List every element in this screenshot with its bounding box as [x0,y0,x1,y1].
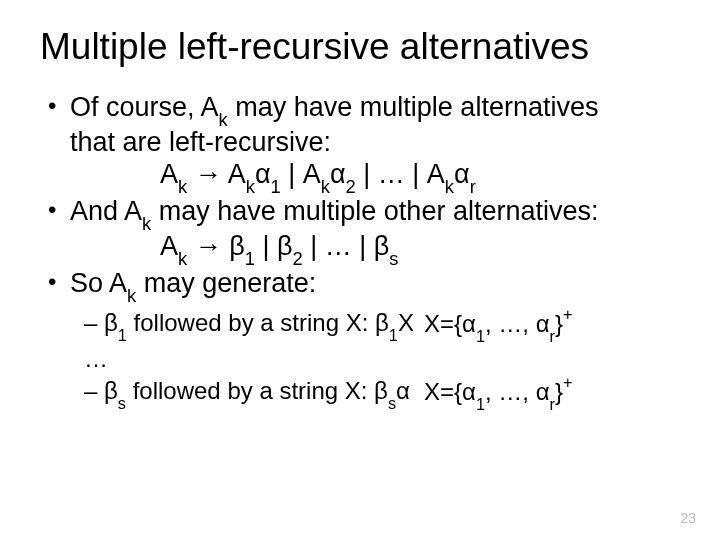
subscript: k [246,176,255,197]
superscript: + [563,305,573,323]
subscript: k [127,285,136,306]
slide-title: Multiple left-recursive alternatives [40,26,680,68]
text: α [330,159,346,189]
text: → A [187,159,246,189]
text: | A [281,159,321,189]
dash-right: X={α1, …, αr}+ [424,307,573,343]
text: So A [70,268,127,298]
text: α [454,159,470,189]
subscript: 1 [271,176,281,197]
dash-right: X={α1, …, αr}+ [424,375,573,411]
text: may have multiple alternatives [228,92,599,122]
subscript: k [445,176,454,197]
text: that are left-recursive: [70,127,331,157]
subscript: s [118,394,126,412]
subscript: 1 [476,395,485,413]
subscript: 2 [293,248,303,269]
production-2: Ak → β1 | β2 | … | βs [70,231,680,266]
text: may generate: [136,268,316,298]
production-1: Ak → Akα1 | Akα2 | … | Akαr [70,159,680,194]
text: , …, α [485,310,550,337]
text: A [160,159,178,189]
subscript: s [389,248,398,269]
subscript: k [178,176,187,197]
text: | … | β [303,231,390,261]
text: | … | A [356,159,445,189]
text: followed by a string X: β [126,377,388,404]
subscript: r [470,176,476,197]
subscript: 1 [245,248,255,269]
bullet-item-1: Of course, Ak may have multiple alternat… [48,92,680,194]
subscript: s [388,394,396,412]
text: } [555,310,563,337]
superscript: + [563,373,573,391]
text: | β [255,231,293,261]
dash-list: – β1 followed by a string X: β1X X={α1, … [84,307,680,411]
text: followed by a string X: β [127,309,389,336]
dash-left: – βs followed by a string X: βsα [84,375,424,411]
text: , …, α [485,378,550,405]
page-number: 23 [680,510,696,526]
slide: Multiple left-recursive alternatives Of … [0,0,720,540]
subscript: r [550,327,555,345]
text: α [255,159,271,189]
dash-item-2: – βs followed by a string X: βsα X={α1, … [84,375,680,411]
text: – β [84,377,118,404]
text: } [555,378,563,405]
subscript: k [219,109,228,130]
text: may have multiple other alternatives: [151,196,598,226]
text: X={α [424,378,476,405]
text: X [398,309,414,336]
bullet-item-3: So Ak may generate: [48,268,680,303]
bullet-item-2: And Ak may have multiple other alternati… [48,196,680,266]
dash-left: – β1 followed by a string X: β1X [84,307,424,343]
dash-item-ellipsis: … [84,343,680,375]
subscript: 1 [389,326,398,344]
subscript: r [550,395,555,413]
text: → β [187,231,245,261]
text: … [84,343,108,375]
subscript: k [321,176,330,197]
text: And A [70,196,142,226]
subscript: 2 [346,176,356,197]
bullet-list: Of course, Ak may have multiple alternat… [48,92,680,303]
dash-item-1: – β1 followed by a string X: β1X X={α1, … [84,307,680,343]
subscript: 1 [476,327,485,345]
text: α [396,377,410,404]
text: X={α [424,310,476,337]
subscript: k [142,213,151,234]
subscript: k [178,248,187,269]
subscript: 1 [118,326,127,344]
text: – β [84,309,118,336]
text: A [160,231,178,261]
text: Of course, A [70,92,219,122]
